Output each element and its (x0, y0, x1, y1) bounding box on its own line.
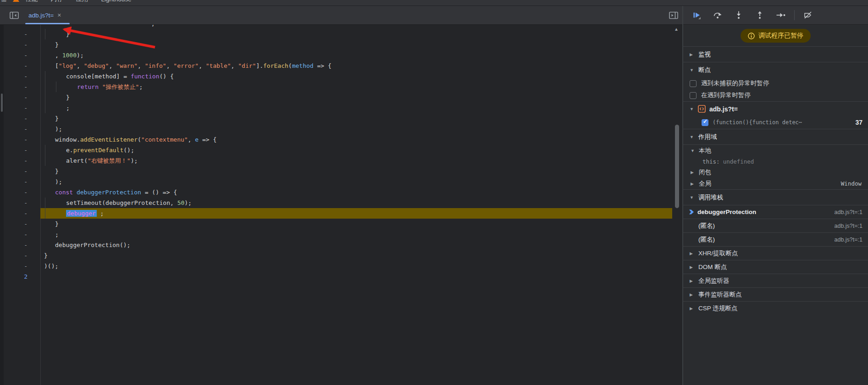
section-DOM 断点[interactable]: ▶DOM 断点 (683, 260, 868, 274)
step-into-button[interactable] (731, 9, 746, 22)
line-gutter[interactable]: - (0, 229, 28, 240)
code-line[interactable]: -); (0, 176, 682, 187)
section-全局监听器[interactable]: ▶全局监听器 (683, 274, 868, 287)
code-line[interactable]: -return "操作被禁止"; (0, 82, 682, 92)
code-line[interactable]: ", (0, 25, 682, 29)
code-line[interactable]: -} (0, 39, 682, 50)
pause-uncaught-checkbox[interactable] (690, 80, 697, 87)
editor-scrollbar[interactable]: ▲ (673, 25, 680, 385)
scope-this-row[interactable]: this: undefined (683, 156, 868, 166)
code-line[interactable]: -} (0, 166, 682, 176)
line-gutter[interactable]: - (0, 176, 28, 187)
code-line[interactable]: -} (0, 219, 682, 229)
line-gutter[interactable]: - (0, 60, 28, 71)
line-gutter[interactable]: - (0, 261, 28, 271)
file-tab-adbjs[interactable]: adb.js?t= × (24, 6, 66, 24)
close-tab-icon[interactable]: × (57, 11, 61, 19)
callstack-frame[interactable]: (匿名)adb.js?t=:1 (683, 232, 868, 246)
line-gutter[interactable]: - (0, 82, 28, 92)
line-gutter[interactable]: - (0, 208, 28, 219)
line-gutter[interactable]: - (0, 71, 28, 82)
hide-debugger-sidebar-icon[interactable] (666, 9, 681, 22)
code-line[interactable]: -} (0, 113, 682, 124)
pause-uncaught-row[interactable]: 遇到未捕获的异常时暂停 (683, 77, 868, 89)
code-line[interactable]: -setTimeout(debuggerProtection, 50); (0, 198, 682, 208)
line-gutter[interactable]: - (0, 166, 28, 176)
code-line[interactable]: -console[method] = function() { (0, 71, 682, 82)
callstack-frame[interactable]: (匿名)adb.js?t=:1 (683, 219, 868, 232)
line-gutter[interactable]: - (0, 29, 28, 39)
scroll-up-arrow[interactable]: ▲ (674, 27, 679, 32)
line-gutter[interactable]: - (0, 113, 28, 124)
callstack-frame[interactable]: debuggerProtectionadb.js?t=:1 (683, 205, 868, 219)
scrollbar-thumb[interactable] (675, 125, 679, 208)
line-gutter[interactable]: - (0, 92, 28, 103)
main-tab-性能[interactable]: 性能 (26, 0, 38, 3)
frame-location[interactable]: adb.js?t=:1 (834, 223, 862, 229)
code-line[interactable]: -; (0, 103, 682, 113)
line-gutter[interactable]: - (0, 198, 28, 208)
line-gutter[interactable]: - (0, 145, 28, 155)
section-watch[interactable]: ▶ 监视 (683, 46, 868, 62)
step-button[interactable] (773, 9, 789, 22)
line-gutter[interactable]: - (0, 219, 28, 229)
pause-caught-checkbox[interactable] (690, 92, 697, 99)
code-editor[interactable]: ",-}-}-, 1000);-["log", "debug", "warn",… (0, 25, 682, 385)
panel-divider[interactable] (682, 6, 683, 385)
line-gutter[interactable]: - (0, 103, 28, 113)
line-gutter[interactable]: - (0, 250, 28, 261)
step-out-button[interactable] (752, 9, 768, 22)
line-gutter[interactable]: - (0, 50, 28, 60)
code-line[interactable]: -e.preventDefault(); (0, 145, 682, 155)
active-frame-arrow-icon (689, 209, 694, 215)
line-gutter[interactable]: - (0, 187, 28, 198)
code-line[interactable]: 2 (0, 271, 682, 282)
section-XHR/提取断点[interactable]: ▶XHR/提取断点 (683, 246, 868, 260)
watch-title: 监视 (698, 50, 711, 59)
selected-debugger-token[interactable]: debugger (66, 210, 97, 217)
deactivate-breakpoints-button[interactable] (800, 9, 816, 22)
main-tab-内存[interactable]: 内存 (51, 0, 63, 3)
code-line[interactable]: -); (0, 124, 682, 134)
breakpoint-file-group[interactable]: ▼ adb.js?t= (683, 101, 868, 116)
code-line[interactable]: -, 1000); (0, 50, 682, 60)
scope-local-row[interactable]: ▼ 本地 (683, 144, 868, 156)
line-gutter[interactable]: - (0, 155, 28, 166)
resume-script-button[interactable] (689, 9, 704, 22)
line-gutter[interactable]: - (0, 39, 28, 50)
code-line[interactable]: -alert("右键被禁用！"); (0, 155, 682, 166)
frame-location[interactable]: adb.js?t=:1 (834, 209, 862, 215)
main-tab-应用[interactable]: 应用 (76, 0, 88, 3)
devtools-main-tabbar: 器 性能内存应用Lighthouse (0, 0, 868, 6)
line-gutter[interactable]: 2 (0, 271, 28, 282)
code-line[interactable]: -} (0, 250, 682, 261)
code-line[interactable]: -} (0, 29, 682, 39)
breakpoint-entry[interactable]: (function(){function detec⋯ 37 (683, 116, 868, 129)
line-gutter[interactable]: - (0, 134, 28, 145)
code-line[interactable]: -["log", "debug", "warn", "info", "error… (0, 60, 682, 71)
breakpoint-checkbox[interactable] (702, 119, 708, 126)
execution-line[interactable]: -debugger ; (0, 208, 682, 219)
section-callstack[interactable]: ▼ 调用堆栈 (683, 189, 868, 205)
section-事件监听器断点[interactable]: ▶事件监听器断点 (683, 287, 868, 301)
section-CSP 违规断点[interactable]: ▶CSP 违规断点 (683, 301, 868, 315)
code-line[interactable]: -; (0, 229, 682, 240)
code-line[interactable]: -} (0, 92, 682, 103)
frame-location[interactable]: adb.js?t=:1 (834, 236, 862, 243)
code-line[interactable]: -)(); (0, 261, 682, 271)
pause-caught-row[interactable]: 在遇到异常时暂停 (683, 89, 868, 101)
show-navigator-icon[interactable] (8, 10, 20, 21)
code-line[interactable]: -debuggerProtection(); (0, 240, 682, 250)
section-breakpoints[interactable]: ▼ 断点 (683, 62, 868, 77)
main-tab-partial[interactable]: 器 (1, 0, 7, 3)
step-over-button[interactable] (710, 9, 725, 22)
scope-global-row[interactable]: ▶ 全局 Window (683, 178, 868, 189)
code-line[interactable]: -window.addEventListener("contextmenu", … (0, 134, 682, 145)
breakpoint-line-number: 37 (855, 119, 862, 126)
section-scope[interactable]: ▼ 作用域 (683, 129, 868, 144)
main-tab-Lighthouse[interactable]: Lighthouse (101, 0, 132, 3)
line-gutter[interactable]: - (0, 240, 28, 250)
scope-closure-row[interactable]: ▶ 闭包 (683, 166, 868, 178)
code-line[interactable]: -const debuggerProtection = () => { (0, 187, 682, 198)
line-gutter[interactable]: - (0, 124, 28, 134)
